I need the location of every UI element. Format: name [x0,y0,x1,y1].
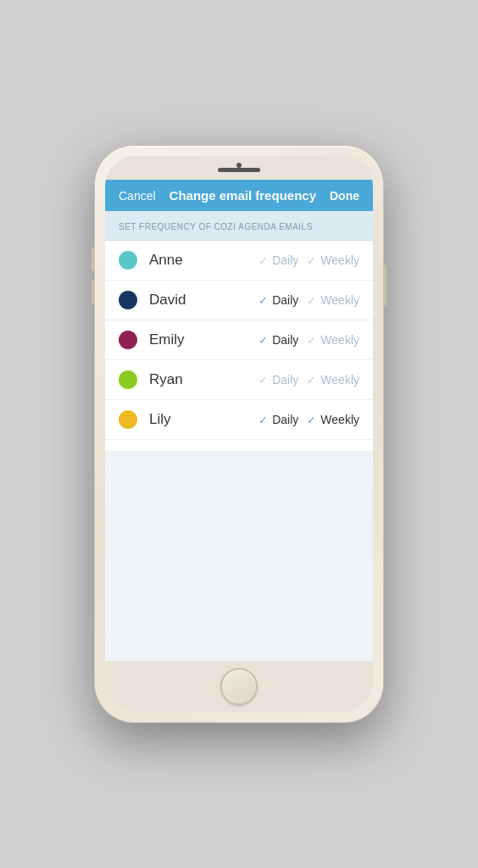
weekly-check-icon: ✓ [305,294,317,307]
nav-title: Change email frequency [170,188,316,203]
weekly-option[interactable]: ✓ Weekly [305,413,359,426]
weekly-check-icon: ✓ [305,374,317,387]
daily-option[interactable]: ✓ Daily [257,293,298,307]
weekly-label: Weekly [320,413,359,426]
section-header: SET FREQUENCY OF COZI AGENDA EMAILS [105,211,373,241]
avatar [119,251,137,270]
weekly-label: Weekly [320,253,359,267]
person-name: Ryan [149,371,257,388]
daily-label: Daily [272,293,298,307]
daily-check-icon: ✓ [257,254,269,267]
table-row[interactable]: Anne ✓ Daily ✓ Weekly [105,241,373,281]
avatar [119,331,137,349]
weekly-label: Weekly [320,293,359,307]
phone-shell: Cancel Change email frequency Done SET F… [95,146,383,722]
frequency-options: ✓ Daily ✓ Weekly [257,253,359,267]
frequency-options: ✓ Daily ✓ Weekly [257,373,359,387]
avatar [119,410,137,429]
weekly-check-icon: ✓ [305,414,317,426]
table-row[interactable]: Lily ✓ Daily ✓ Weekly [105,400,373,440]
daily-option[interactable]: ✓ Daily [257,333,298,347]
daily-label: Daily [272,413,298,426]
avatar [119,370,137,389]
daily-label: Daily [272,333,298,347]
section-header-text: SET FREQUENCY OF COZI AGENDA EMAILS [119,222,313,231]
weekly-check-icon: ✓ [305,254,317,267]
person-name: Anne [149,252,257,269]
daily-check-icon: ✓ [257,294,269,307]
frequency-options: ✓ Daily ✓ Weekly [257,333,359,347]
navigation-bar: Cancel Change email frequency Done [105,180,373,211]
person-name: Emily [149,331,257,348]
weekly-option[interactable]: ✓ Weekly [305,293,359,307]
phone-bottom-bar [105,661,373,712]
daily-option[interactable]: ✓ Daily [257,413,298,426]
weekly-label: Weekly [320,373,359,387]
volume-down-button [92,280,95,303]
weekly-option[interactable]: ✓ Weekly [305,333,359,347]
person-name: Lily [149,411,257,428]
empty-content-area [105,451,373,661]
table-row[interactable]: David ✓ Daily ✓ Weekly [105,281,373,320]
phone-top-bar [105,156,373,180]
daily-label: Daily [272,253,298,267]
phone-screen: Cancel Change email frequency Done SET F… [105,180,373,661]
person-list: Anne ✓ Daily ✓ Weekly [105,241,373,451]
power-button [383,264,386,305]
weekly-check-icon: ✓ [305,334,317,347]
frequency-options: ✓ Daily ✓ Weekly [257,413,359,426]
daily-option[interactable]: ✓ Daily [257,373,298,387]
weekly-option[interactable]: ✓ Weekly [305,373,359,387]
daily-check-icon: ✓ [257,374,269,387]
daily-option[interactable]: ✓ Daily [257,253,298,267]
volume-up-button [92,248,95,271]
person-name: David [149,292,257,309]
daily-check-icon: ✓ [257,414,269,426]
table-row[interactable]: Ryan ✓ Daily ✓ Weekly [105,360,373,400]
cancel-button[interactable]: Cancel [119,189,156,203]
frequency-options: ✓ Daily ✓ Weekly [257,293,359,307]
weekly-label: Weekly [320,333,359,347]
daily-check-icon: ✓ [257,334,269,347]
daily-label: Daily [272,373,298,387]
phone-inner: Cancel Change email frequency Done SET F… [105,156,373,712]
table-row[interactable]: Emily ✓ Daily ✓ Weekly [105,320,373,360]
home-button[interactable] [220,668,258,705]
done-button[interactable]: Done [330,189,359,203]
avatar [119,291,137,309]
speaker-icon [218,168,260,172]
weekly-option[interactable]: ✓ Weekly [305,253,359,267]
